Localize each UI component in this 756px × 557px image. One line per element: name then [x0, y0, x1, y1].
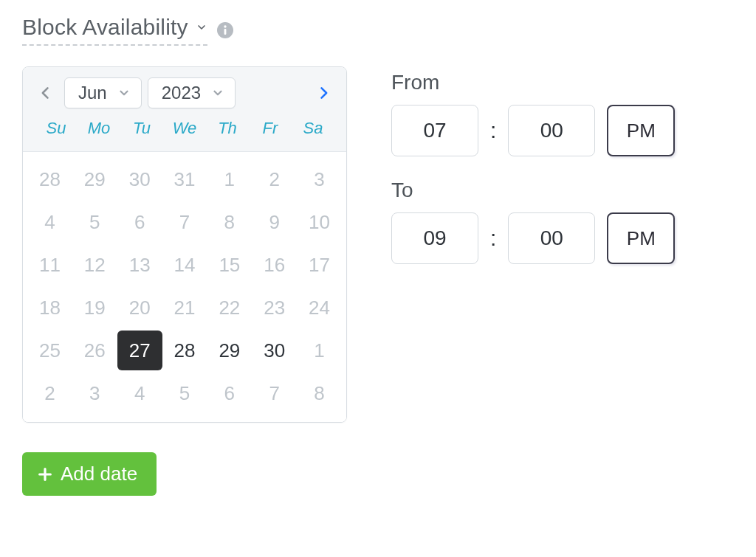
chevron-right-icon	[316, 83, 331, 103]
time-colon: :	[490, 226, 496, 251]
to-ampm-toggle[interactable]: PM	[607, 212, 675, 264]
calendar-day[interactable]: 16	[252, 245, 297, 285]
section-header: Block Availability	[22, 15, 734, 46]
calendar-day[interactable]: 11	[27, 245, 72, 285]
chevron-left-icon	[38, 83, 53, 103]
calendar-day[interactable]: 8	[207, 202, 252, 242]
calendar-days-of-week: SuMoTuWeThFrSa	[30, 116, 339, 141]
calendar-day[interactable]: 30	[252, 331, 297, 370]
header-dropdown[interactable]: Block Availability	[22, 15, 207, 46]
add-date-label: Add date	[61, 463, 137, 485]
from-minute-input[interactable]	[508, 105, 595, 156]
calendar-day[interactable]: 26	[72, 331, 117, 370]
day-of-week-label: Tu	[120, 116, 163, 141]
calendar-day[interactable]: 19	[72, 288, 117, 328]
day-of-week-label: We	[163, 116, 206, 141]
calendar-day[interactable]: 5	[162, 373, 207, 413]
calendar-day[interactable]: 13	[117, 245, 162, 285]
to-label: To	[391, 179, 675, 202]
calendar-day[interactable]: 6	[207, 373, 252, 413]
svg-rect-1	[224, 29, 226, 35]
month-select[interactable]: Jun	[64, 77, 142, 108]
calendar-grid: 2829303112345678910111213141516171819202…	[27, 159, 342, 413]
chevron-down-icon	[211, 86, 224, 100]
add-date-button[interactable]: Add date	[22, 452, 157, 496]
calendar-day[interactable]: 2	[27, 373, 72, 413]
to-hour-input[interactable]	[391, 212, 478, 264]
calendar: Jun 2023 SuMoTuWeThFrSa 282	[22, 66, 347, 423]
calendar-prev-month[interactable]	[33, 78, 58, 108]
calendar-day[interactable]: 4	[117, 373, 162, 413]
chevron-down-icon	[117, 86, 131, 100]
calendar-day[interactable]: 30	[117, 159, 162, 199]
calendar-day[interactable]: 20	[117, 288, 162, 328]
calendar-day[interactable]: 29	[207, 331, 252, 370]
calendar-day[interactable]: 31	[162, 159, 207, 199]
day-of-week-label: Su	[35, 116, 78, 141]
calendar-day[interactable]: 3	[72, 373, 117, 413]
time-colon: :	[490, 118, 496, 143]
svg-point-2	[224, 25, 226, 27]
calendar-day[interactable]: 21	[162, 288, 207, 328]
section-title: Block Availability	[22, 15, 188, 40]
to-minute-input[interactable]	[508, 212, 595, 264]
day-of-week-label: Mo	[78, 116, 120, 141]
month-label: Jun	[78, 83, 107, 103]
calendar-day[interactable]: 8	[297, 373, 342, 413]
day-of-week-label: Th	[206, 116, 249, 141]
info-icon[interactable]	[216, 21, 234, 39]
calendar-day[interactable]: 4	[27, 202, 72, 242]
calendar-day[interactable]: 9	[252, 202, 297, 242]
calendar-day[interactable]: 7	[162, 202, 207, 242]
calendar-day[interactable]: 2	[252, 159, 297, 199]
from-ampm-toggle[interactable]: PM	[607, 105, 675, 156]
chevron-down-icon	[196, 21, 207, 33]
calendar-day[interactable]: 23	[252, 288, 297, 328]
calendar-day[interactable]: 17	[297, 245, 342, 285]
from-hour-input[interactable]	[391, 105, 478, 156]
calendar-day[interactable]: 27	[117, 331, 162, 370]
calendar-day[interactable]: 7	[252, 373, 297, 413]
calendar-day[interactable]: 18	[27, 288, 72, 328]
calendar-day[interactable]: 10	[297, 202, 342, 242]
calendar-day[interactable]: 25	[27, 331, 72, 370]
calendar-day[interactable]: 24	[297, 288, 342, 328]
year-label: 2023	[162, 83, 201, 103]
calendar-day[interactable]: 1	[297, 331, 342, 370]
from-label: From	[391, 71, 675, 94]
calendar-day[interactable]: 28	[27, 159, 72, 199]
calendar-day[interactable]: 22	[207, 288, 252, 328]
calendar-day[interactable]: 15	[207, 245, 252, 285]
calendar-day[interactable]: 14	[162, 245, 207, 285]
year-select[interactable]: 2023	[148, 77, 236, 108]
calendar-day[interactable]: 6	[117, 202, 162, 242]
plus-icon	[37, 466, 53, 482]
calendar-day[interactable]: 28	[162, 331, 207, 370]
calendar-day[interactable]: 29	[72, 159, 117, 199]
calendar-day[interactable]: 5	[72, 202, 117, 242]
calendar-day[interactable]: 1	[207, 159, 252, 199]
calendar-next-month[interactable]	[311, 78, 336, 108]
day-of-week-label: Sa	[292, 116, 334, 141]
calendar-day[interactable]: 3	[297, 159, 342, 199]
day-of-week-label: Fr	[249, 116, 292, 141]
calendar-day[interactable]: 12	[72, 245, 117, 285]
